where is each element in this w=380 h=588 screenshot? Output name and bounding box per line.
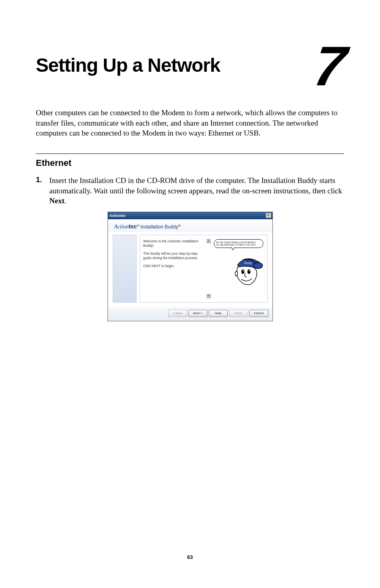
speech-line-2: I'LL BE AROUND TO HELP YOU OUT. [216,244,261,246]
finish-button[interactable]: Finish [229,310,248,317]
help-button[interactable]: Help [209,310,228,317]
brand-logo-text: Actiontec® Installation Buddy® [114,223,267,230]
next-bold: Next [49,197,65,205]
cdrom-text: CD-ROM [147,176,177,185]
step-number: 1. [36,175,42,206]
t4: . [65,197,67,205]
step-1: 1. Insert the Installation CD in the CD-… [36,175,344,206]
instruction-column: Welcome to the Actiontec Installation Bu… [143,239,204,298]
chapter-number: 7 [311,44,349,88]
cap-label: Buddy [244,261,252,265]
svg-point-3 [243,270,243,271]
brand-reg2: ® [178,224,180,228]
brand-bold: tec [129,223,137,230]
chapter-title: Setting Up a Network [36,55,220,76]
scrollbar[interactable]: ▲ ▼ [207,239,211,298]
intro-paragraph: Other computers can be connected to the … [36,108,344,138]
buddy-character-icon: Buddy [226,252,264,290]
svg-point-1 [241,269,245,274]
button-bar: < Back Next > Help Finish Cancel [108,307,272,321]
step-text: Insert the Installation CD in the CD-ROM… [49,175,344,206]
t2: in the [126,176,147,185]
brand-sub: Installation Buddy [139,224,178,230]
svg-point-2 [247,269,251,274]
instr-p3: Click NEXT to begin. [143,264,204,268]
main-panel: Welcome to the Actiontec Installation Bu… [140,235,268,303]
svg-point-0 [253,262,262,268]
titlebar: Actiontec × [108,212,272,219]
section-divider [36,153,344,154]
svg-point-4 [249,270,249,271]
back-button[interactable]: < Back [168,310,187,317]
instr-p2: This Buddy will be your step-by-step gui… [143,252,204,261]
wizard-sidebar [113,235,137,303]
next-button[interactable]: Next > [188,310,208,317]
app-header: Actiontec® Installation Buddy® [108,219,272,232]
t1: Insert the Installation [49,176,116,185]
app-body: Welcome to the Actiontec Installation Bu… [108,232,272,307]
buddy-column: HI! I'M YOUR INSTALLATION BUDDY. I'LL BE… [213,239,264,298]
installation-buddy-window: Actiontec × Actiontec® Installation Budd… [108,212,273,321]
section-heading-ethernet: Ethernet [36,158,344,168]
speech-bubble: HI! I'M YOUR INSTALLATION BUDDY. I'LL BE… [214,239,263,248]
cd-text: CD [116,176,126,185]
brand-italic: Action [114,224,129,230]
scroll-up-icon[interactable]: ▲ [207,239,211,243]
close-button[interactable]: × [266,213,271,218]
cancel-button[interactable]: Cancel [249,310,268,317]
scroll-down-icon[interactable]: ▼ [207,294,211,298]
instr-p1: Welcome to the Actiontec Installation Bu… [143,239,204,248]
titlebar-title: Actiontec [110,214,126,218]
page-number: 63 [0,554,380,560]
